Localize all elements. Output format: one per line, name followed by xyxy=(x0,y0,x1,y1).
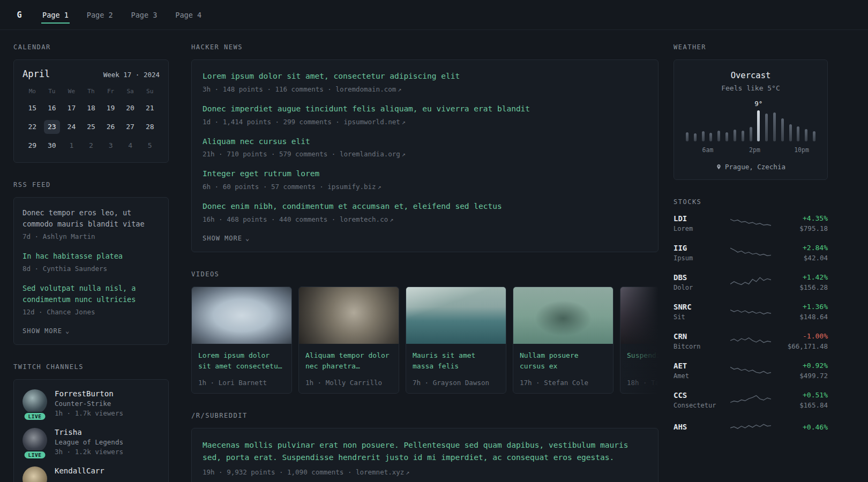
video-title: Suspendisse diam xyxy=(627,350,659,361)
video-card[interactable]: Suspendisse diam 18h · Tara xyxy=(620,287,659,394)
hn-item-meta: 3h · 148 points · 116 comments · loremdo… xyxy=(203,85,647,93)
weather-bar xyxy=(765,114,768,141)
calendar-day: 22 xyxy=(24,120,40,134)
subreddit-post-title[interactable]: Maecenas mollis pulvinar erat non posuer… xyxy=(203,439,647,464)
video-title: Mauris sit amet massa felis xyxy=(413,350,499,372)
stock-price: $165.84 xyxy=(779,401,828,409)
calendar-day-header: Fr xyxy=(101,88,121,96)
twitch-channel-name[interactable]: KendallCarr xyxy=(55,466,104,475)
hn-item-source-link[interactable]: ipsumworld.net xyxy=(343,118,400,126)
stock-row[interactable]: SNRC Sit +1.36% $148.64 xyxy=(674,303,828,321)
video-card[interactable]: Lorem ipsum dolor sit amet consectetu… 1… xyxy=(191,287,292,394)
stock-id: DBS Dolor xyxy=(674,273,723,291)
stock-price: $148.64 xyxy=(779,313,828,321)
stock-row[interactable]: AHS +0.46% xyxy=(674,420,828,435)
stock-name: Bitcorn xyxy=(674,343,723,350)
stock-row[interactable]: AET Amet +0.92% $499.72 xyxy=(674,362,828,380)
stock-row[interactable]: LDI Lorem +4.35% $795.18 xyxy=(674,214,828,232)
subreddit-post-source-link[interactable]: loremnet.xyz xyxy=(356,468,404,476)
stock-name: Lorem xyxy=(674,225,723,232)
stock-values: +2.84% $42.04 xyxy=(779,244,828,262)
hn-item-stats: 3h · 148 points · 116 comments · xyxy=(203,85,335,93)
video-card[interactable]: Nullam posuere cursus ex 17h · Stefan Co… xyxy=(513,287,613,394)
stock-row[interactable]: CCS Consectetur +0.51% $165.84 xyxy=(674,391,828,409)
video-card[interactable]: Aliquam tempor dolor nec pharetra… 1h · … xyxy=(298,287,399,394)
calendar-day: 16 xyxy=(44,101,60,115)
stock-id: AET Amet xyxy=(674,362,723,380)
twitch-channel-row[interactable]: LIVE KendallCarr xyxy=(23,466,160,482)
hn-item-source-link[interactable]: loremlandia.org xyxy=(340,150,400,158)
hn-item-source-link[interactable]: ipsumify.biz xyxy=(327,183,376,191)
calendar-widget: CALENDAR April Week 17 · 2024 Mo Tu We T… xyxy=(13,43,169,163)
left-column: CALENDAR April Week 17 · 2024 Mo Tu We T… xyxy=(13,43,169,482)
stock-values: +1.36% $148.64 xyxy=(779,303,828,321)
rss-item-title[interactable]: In hac habitasse platea xyxy=(23,251,160,262)
hn-item: Lorem ipsum dolor sit amet, consectetur … xyxy=(203,71,647,93)
rss-item-title[interactable]: Sed volutpat nulla nisl, a condimentum n… xyxy=(23,283,160,305)
hn-item-stats: 21h · 710 points · 579 comments · xyxy=(203,150,340,158)
rss-section-title: RSS FEED xyxy=(13,181,169,189)
stock-row[interactable]: CRN Bitcorn -1.00% $66,171.48 xyxy=(674,332,828,350)
hn-item-title[interactable]: Lorem ipsum dolor sit amet, consectetur … xyxy=(203,71,647,82)
hackernews-section-title: HACKER NEWS xyxy=(191,43,659,51)
calendar-month: April xyxy=(23,69,50,79)
hn-item-title[interactable]: Donec imperdiet augue tincidunt felis al… xyxy=(203,103,647,115)
rss-show-more-button[interactable]: SHOW MORE ⌄ xyxy=(23,326,70,336)
stock-name: Amet xyxy=(674,372,723,380)
stock-change: +0.46% xyxy=(779,423,828,431)
hn-item-stats: 16h · 468 points · 440 comments · xyxy=(203,215,340,223)
stock-sparkline xyxy=(723,334,779,349)
tab-page-1[interactable]: Page 1 xyxy=(41,6,70,24)
hn-item-title[interactable]: Aliquam nec cursus elit xyxy=(203,136,647,148)
calendar-header: April Week 17 · 2024 xyxy=(23,69,160,79)
stock-change: +1.42% xyxy=(779,273,828,281)
twitch-channel-row[interactable]: LIVE Trisha League of Legends 3h · 1.2k … xyxy=(23,428,160,456)
tab-page-4[interactable]: Page 4 xyxy=(174,6,203,24)
twitch-channel-name[interactable]: Trisha xyxy=(55,428,82,436)
stock-id: IIG Ipsum xyxy=(674,244,723,262)
stock-sparkline xyxy=(723,363,779,378)
twitch-avatar-wrap: LIVE xyxy=(23,466,47,482)
weather-location: Prague, Czechia xyxy=(684,163,818,171)
video-card-body: Mauris sit amet massa felis 7h · Grayson… xyxy=(406,344,506,393)
hn-item-title[interactable]: Integer eget rutrum lorem xyxy=(203,168,647,180)
hackernews-widget: HACKER NEWS Lorem ipsum dolor sit amet, … xyxy=(191,43,659,252)
calendar-section-title: CALENDAR xyxy=(13,43,169,51)
stock-symbol: SNRC xyxy=(674,303,723,311)
weather-condition: Overcast xyxy=(684,71,818,80)
stock-row[interactable]: IIG Ipsum +2.84% $42.04 xyxy=(674,244,828,262)
calendar-day: 17 xyxy=(63,101,79,115)
stock-row[interactable]: DBS Dolor +1.42% $156.28 xyxy=(674,273,828,291)
stock-id: AHS xyxy=(674,423,723,433)
video-title: Nullam posuere cursus ex xyxy=(520,350,607,372)
twitch-channel-row[interactable]: LIVE ForrestBurton Counter-Strike 1h · 1… xyxy=(23,389,160,417)
video-card-body: Lorem ipsum dolor sit amet consectetu… 1… xyxy=(192,344,291,393)
avatar xyxy=(23,389,47,414)
hn-show-more-button[interactable]: SHOW MORE ⌄ xyxy=(203,234,250,243)
stock-id: LDI Lorem xyxy=(674,214,723,232)
rss-item: Sed volutpat nulla nisl, a condimentum n… xyxy=(23,283,160,316)
twitch-channel-name[interactable]: ForrestBurton xyxy=(55,389,114,398)
twitch-widget: TWITCH CHANNELS LIVE ForrestBurton Count… xyxy=(13,363,169,482)
tab-page-3[interactable]: Page 3 xyxy=(130,6,159,24)
stock-change: -1.00% xyxy=(779,332,828,340)
hn-item-source-link[interactable]: loremtech.co xyxy=(340,215,388,223)
weather-bars xyxy=(684,110,818,141)
weather-bar xyxy=(702,131,705,141)
rss-item-title[interactable]: Donec tempor eros leo, ut commodo mauris… xyxy=(23,207,160,230)
stock-name: Consectetur xyxy=(674,402,723,409)
weather-bar xyxy=(813,131,815,141)
calendar-day-next-month: 4 xyxy=(122,139,138,153)
live-badge: LIVE xyxy=(24,450,47,460)
hn-item-title[interactable]: Donec enim nibh, condimentum et accumsan… xyxy=(203,201,647,213)
tab-page-2[interactable]: Page 2 xyxy=(86,6,114,24)
hn-item-source-link[interactable]: loremdomain.com xyxy=(335,85,396,93)
weather-bar xyxy=(742,131,744,141)
weather-bar xyxy=(797,126,799,141)
stocks-widget: STOCKS LDI Lorem +4.35% $795.18 IIG Ipsu… xyxy=(674,198,828,435)
video-card[interactable]: Mauris sit amet massa felis 7h · Grayson… xyxy=(406,287,506,394)
videos-row[interactable]: Lorem ipsum dolor sit amet consectetu… 1… xyxy=(191,287,659,394)
calendar-day: 25 xyxy=(83,120,99,134)
video-card-body: Aliquam tempor dolor nec pharetra… 1h · … xyxy=(299,344,399,393)
calendar-day-next-month: 3 xyxy=(103,139,119,153)
